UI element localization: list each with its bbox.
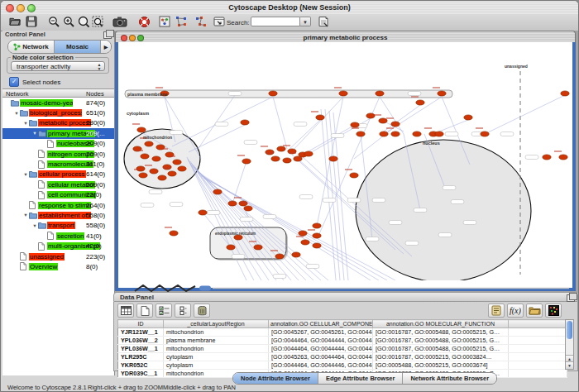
table-cell[interactable]: [GO:0016787, GO:0005488, GO:0005215, G… [373, 345, 509, 353]
graph-node[interactable] [299, 231, 307, 236]
table-cell[interactable]: mitochondrion [164, 328, 269, 337]
expander-icon[interactable]: ▼ [31, 131, 38, 136]
save-session-icon[interactable] [26, 16, 39, 29]
graph-node[interactable] [170, 231, 178, 236]
graph-node[interactable] [376, 91, 384, 96]
graph-node[interactable] [271, 156, 280, 161]
graph-node[interactable] [178, 166, 186, 171]
tree-row-macromolecule[interactable]: macromolecule311(0) [2, 159, 114, 169]
table-cell[interactable]: mitochondrion [164, 345, 269, 353]
graph-node[interactable] [301, 240, 309, 245]
graph-node[interactable] [380, 131, 388, 136]
graph-node[interactable] [481, 131, 489, 136]
graph-node[interactable] [158, 175, 166, 180]
graph-node[interactable] [313, 223, 321, 228]
graph-node[interactable] [152, 156, 160, 161]
tab-network[interactable]: Network [8, 41, 55, 53]
tree-row-biological-process[interactable]: ▼biological_process651(0) [2, 108, 114, 117]
graph-node[interactable] [316, 115, 324, 120]
graph-node[interactable] [254, 245, 262, 250]
graph-node[interactable] [313, 243, 321, 248]
tree-row-cellular-process[interactable]: ▼cellular process614(0) [2, 170, 114, 179]
graph-node[interactable] [391, 131, 400, 136]
graph-node[interactable] [244, 206, 252, 211]
table-vertical-scrollbar[interactable]: ▲ ▼ [565, 319, 574, 370]
graph-node[interactable] [464, 115, 472, 120]
tree-row-cell-communicat[interactable]: cell communicat22(0) [2, 190, 114, 200]
tree-row-nucleobase-[interactable]: nucleobase-209(0) [2, 139, 114, 149]
layout-a-icon[interactable] [175, 16, 189, 29]
vizmapper-icon[interactable] [159, 16, 172, 29]
graph-node[interactable] [269, 91, 277, 96]
table-cell[interactable]: YKR052C [118, 361, 164, 370]
search-dropdown-arrow-icon[interactable]: ▼ [300, 17, 311, 26]
select-nodes-checkbox[interactable]: ✓ Select nodes [9, 77, 60, 87]
graph-node[interactable] [329, 156, 337, 161]
tree-row-overview[interactable]: Overview8(0) [2, 261, 114, 271]
graph-node[interactable] [366, 113, 375, 118]
graph-node[interactable] [213, 189, 222, 194]
expander-icon[interactable]: ▼ [31, 223, 38, 228]
table-cell[interactable]: cytoplasm [164, 361, 269, 370]
tab-node-attribute-browser[interactable]: Node Attribute Browser [233, 373, 318, 384]
graph-node[interactable] [277, 146, 285, 151]
zoom-selected-icon[interactable] [92, 16, 105, 29]
scroll-down-icon[interactable]: ▼ [566, 361, 573, 369]
network-canvas[interactable]: plasma membranecytoplasmmitochondrionnuc… [118, 42, 572, 280]
graph-node[interactable] [228, 201, 237, 206]
open-file-icon[interactable] [9, 16, 22, 29]
tree-row-unassigned[interactable]: unassigned223(0) [2, 251, 114, 261]
tree-row-nitrogen-compo[interactable]: nitrogen compo209(0) [2, 149, 114, 159]
table-cell[interactable]: [GO:0016787, GO:0005488, GO:0005215, G… [373, 337, 509, 345]
graph-node[interactable] [435, 131, 443, 136]
graph-node[interactable] [416, 100, 424, 105]
node-color-dropdown[interactable]: transporter activity ▲▼ [11, 61, 105, 71]
tree-row-transport[interactable]: ▼transport558(0) [2, 221, 114, 231]
table-cell[interactable]: YPL036W__2 [118, 337, 164, 345]
graph-node[interactable] [199, 210, 207, 215]
tree-row-response-to-stimul[interactable]: response to stimul264(0) [2, 200, 114, 210]
table-cell[interactable]: YJR121W__1 [118, 328, 164, 337]
table-cell[interactable]: [GO:0016787, GO:0005488, GO:0005215, G… [373, 328, 509, 337]
graph-node[interactable] [559, 155, 567, 160]
table-cell[interactable]: [GO:0005488, GO:0005215, GO:0003674] [373, 361, 509, 370]
snapshot-icon[interactable] [112, 16, 126, 29]
scrollbar-thumb[interactable] [567, 321, 572, 339]
matrix-icon[interactable] [545, 304, 562, 318]
table-cell[interactable]: [GO:0045263, GO:0044464, GO:0044455, G… [269, 353, 373, 361]
tree-row-primary-metabo[interactable]: ▼primary metabo209(... [2, 128, 114, 138]
table-cell[interactable]: [GO:0044464, GO:0044444, GO:0044425, G… [269, 337, 373, 345]
import-list-icon[interactable] [488, 304, 505, 318]
graph-node[interactable] [339, 91, 347, 96]
region-nucleus[interactable] [356, 140, 531, 280]
unselect-attributes-icon[interactable] [175, 304, 191, 318]
table-row[interactable]: YLR295Ccytoplasm[GO:0045263, GO:0044464,… [118, 353, 567, 361]
table-cell[interactable]: cytoplasm [164, 353, 269, 361]
graph-node[interactable] [275, 254, 284, 259]
select-attributes-icon[interactable] [156, 304, 172, 318]
graph-node[interactable] [313, 233, 321, 238]
graph-node[interactable] [543, 155, 551, 160]
search-input[interactable] [251, 17, 300, 26]
table-row[interactable]: YKR052Ccytoplasm[GO:0044464, GO:0044446,… [118, 361, 567, 370]
graph-node[interactable] [145, 141, 153, 146]
column-header[interactable]: _cellularLayoutRegion [164, 320, 269, 328]
table-cell[interactable]: YDR039C__1 [118, 370, 164, 378]
table-cell[interactable]: [GO:0045267, GO:0045261, GO:0044464, G… [269, 328, 373, 337]
expander-icon[interactable]: ▼ [13, 111, 20, 116]
new-attribute-icon[interactable] [136, 304, 153, 318]
import-folder-icon[interactable] [526, 304, 543, 318]
network-window-titlebar[interactable]: primary metabolic process [115, 31, 576, 42]
expander-icon[interactable]: ▼ [22, 213, 29, 218]
column-header[interactable]: annotation.GO CELLULAR_COMPONENT [269, 320, 373, 328]
attribute-grid-icon[interactable] [117, 304, 134, 318]
table-cell[interactable]: plasma membrane [164, 337, 269, 345]
graph-node[interactable] [241, 120, 249, 125]
zoom-fit-icon[interactable] [78, 16, 91, 29]
horizontal-scrollbar-thumb[interactable] [199, 286, 211, 291]
table-row[interactable]: YPL036W__2plasma membrane[GO:0044464, GO… [118, 337, 567, 345]
tab-edge-attribute-browser[interactable]: Edge Attribute Browser [318, 373, 403, 384]
tree-row-cellular-metabol[interactable]: cellular metabol209(0) [2, 179, 114, 189]
search-index-icon[interactable] [318, 16, 331, 29]
tree-row-multi-organism-pro[interactable]: multi-organism pro42(0) [2, 241, 114, 251]
